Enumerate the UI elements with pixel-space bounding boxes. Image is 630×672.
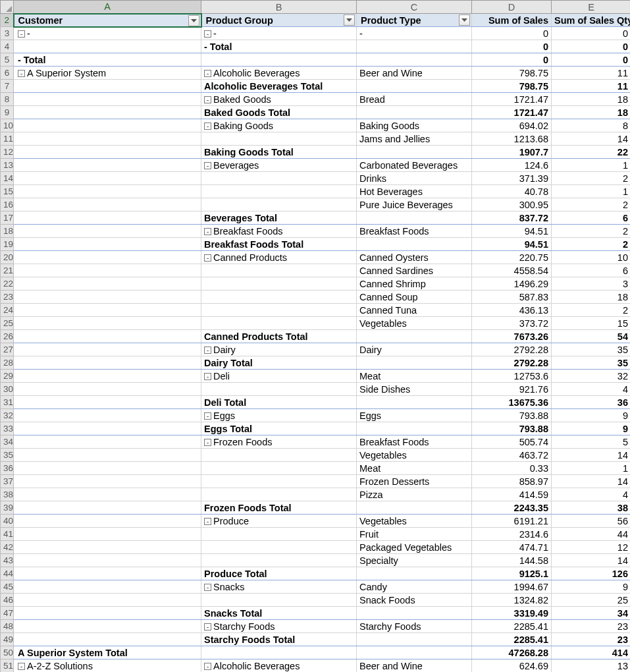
cell-sum-qty[interactable]: 13 [552, 659, 631, 673]
cell-customer[interactable] [14, 93, 201, 106]
collapse-icon[interactable]: - [18, 30, 25, 38]
cell-sum-qty[interactable]: 18 [552, 93, 631, 106]
cell-customer[interactable] [14, 409, 201, 422]
cell-sum-sales[interactable]: 1324.82 [472, 594, 552, 607]
cell-customer[interactable] [14, 567, 201, 580]
collapse-icon[interactable]: - [204, 70, 211, 77]
col-header-e[interactable]: E [552, 1, 631, 14]
row-header[interactable]: 39 [1, 501, 14, 515]
cell-sum-sales[interactable]: 2243.35 [472, 501, 552, 515]
cell-product-type[interactable]: Starchy Foods [357, 620, 472, 633]
cell-product-group[interactable]: Starchy Foods Total [201, 633, 357, 646]
cell-customer[interactable] [14, 396, 201, 409]
cell-customer[interactable]: - Total [14, 53, 201, 67]
row-header[interactable]: 11 [1, 132, 14, 146]
col-header-d[interactable]: D [472, 1, 552, 14]
cell-sum-sales[interactable]: 921.76 [472, 383, 552, 396]
cell-product-group[interactable] [201, 185, 357, 198]
cell-product-group[interactable]: -Deli [201, 370, 357, 383]
cell-product-group[interactable]: -Produce [201, 515, 357, 528]
cell-product-type[interactable] [357, 422, 472, 435]
cell-sum-sales[interactable]: 3319.49 [472, 607, 552, 620]
row-header[interactable]: 51 [1, 659, 14, 673]
cell-product-group[interactable]: -Snacks [201, 580, 357, 594]
row-header[interactable]: 46 [1, 594, 14, 607]
cell-customer[interactable] [14, 80, 201, 93]
cell-customer[interactable] [14, 264, 201, 277]
cell-product-type[interactable] [357, 330, 472, 343]
row-header[interactable]: 35 [1, 449, 14, 462]
row-header[interactable]: 20 [1, 251, 14, 264]
cell-sum-sales[interactable]: 624.69 [472, 659, 552, 673]
row-header[interactable]: 50 [1, 646, 14, 659]
cell-sum-qty[interactable]: 23 [552, 620, 631, 633]
cell-customer[interactable] [14, 185, 201, 198]
cell-product-group[interactable] [201, 646, 357, 659]
cell-sum-sales[interactable]: 837.72 [472, 211, 552, 225]
collapse-icon[interactable]: - [204, 254, 211, 262]
row-header[interactable]: 9 [1, 106, 14, 119]
cell-product-group[interactable]: Produce Total [201, 567, 357, 580]
cell-sum-qty[interactable]: 12 [552, 541, 631, 554]
cell-product-group[interactable]: -Dairy [201, 343, 357, 356]
cell-customer[interactable] [14, 146, 201, 159]
cell-product-group[interactable]: -Eggs [201, 409, 357, 422]
cell-product-type[interactable] [357, 607, 472, 620]
cell-product-type[interactable]: Fruit [357, 528, 472, 541]
row-header[interactable]: 22 [1, 277, 14, 291]
cell-product-group[interactable]: -Beverages [201, 159, 357, 172]
pivot-value-sum-qty[interactable]: Sum of Sales Qty [552, 14, 631, 27]
collapse-icon[interactable]: - [204, 518, 211, 525]
collapse-icon[interactable]: - [18, 663, 25, 670]
cell-customer[interactable] [14, 554, 201, 567]
cell-product-type[interactable]: Canned Sardines [357, 264, 472, 277]
cell-sum-qty[interactable]: 32 [552, 370, 631, 383]
row-header[interactable]: 14 [1, 172, 14, 185]
cell-product-type[interactable]: Vegetables [357, 515, 472, 528]
cell-product-type[interactable]: Canned Tuna [357, 304, 472, 317]
cell-customer[interactable] [14, 501, 201, 515]
cell-product-group[interactable] [201, 383, 357, 396]
cell-sum-qty[interactable]: 11 [552, 67, 631, 80]
cell-sum-qty[interactable]: 2 [552, 304, 631, 317]
cell-product-type[interactable]: Carbonated Beverages [357, 159, 472, 172]
row-header[interactable]: 30 [1, 383, 14, 396]
cell-product-type[interactable]: Vegetables [357, 449, 472, 462]
row-header[interactable]: 48 [1, 620, 14, 633]
collapse-icon[interactable]: - [204, 623, 211, 630]
cell-product-group[interactable] [201, 462, 357, 475]
cell-product-type[interactable] [357, 106, 472, 119]
cell-sum-qty[interactable]: 3 [552, 277, 631, 291]
cell-product-type[interactable]: Candy [357, 580, 472, 594]
cell-customer[interactable] [14, 370, 201, 383]
cell-product-group[interactable]: Baked Goods Total [201, 106, 357, 119]
filter-dropdown-icon[interactable] [188, 15, 199, 26]
cell-product-type[interactable]: Bread [357, 93, 472, 106]
cell-customer[interactable] [14, 515, 201, 528]
cell-sum-qty[interactable]: 11 [552, 80, 631, 93]
cell-sum-sales[interactable]: 793.88 [472, 422, 552, 435]
cell-customer[interactable]: -A Superior System [14, 67, 201, 80]
cell-sum-sales[interactable]: 13675.36 [472, 396, 552, 409]
cell-sum-sales[interactable]: 0 [472, 27, 552, 40]
cell-sum-qty[interactable]: 0 [552, 40, 631, 53]
cell-sum-sales[interactable]: 587.83 [472, 291, 552, 304]
cell-customer[interactable] [14, 317, 201, 330]
cell-product-type[interactable] [357, 211, 472, 225]
row-header[interactable]: 40 [1, 515, 14, 528]
cell-customer[interactable] [14, 251, 201, 264]
cell-product-type[interactable] [357, 356, 472, 370]
row-header[interactable]: 32 [1, 409, 14, 422]
row-header[interactable]: 36 [1, 462, 14, 475]
row-header[interactable]: 7 [1, 80, 14, 93]
cell-product-group[interactable] [201, 317, 357, 330]
cell-sum-sales[interactable]: 94.51 [472, 238, 552, 251]
cell-sum-qty[interactable]: 18 [552, 106, 631, 119]
row-header[interactable]: 23 [1, 291, 14, 304]
cell-sum-qty[interactable]: 25 [552, 594, 631, 607]
cell-sum-qty[interactable]: 2 [552, 172, 631, 185]
cell-sum-qty[interactable]: 35 [552, 356, 631, 370]
cell-product-group[interactable]: -Baked Goods [201, 93, 357, 106]
cell-customer[interactable] [14, 40, 201, 53]
cell-sum-sales[interactable]: 798.75 [472, 67, 552, 80]
